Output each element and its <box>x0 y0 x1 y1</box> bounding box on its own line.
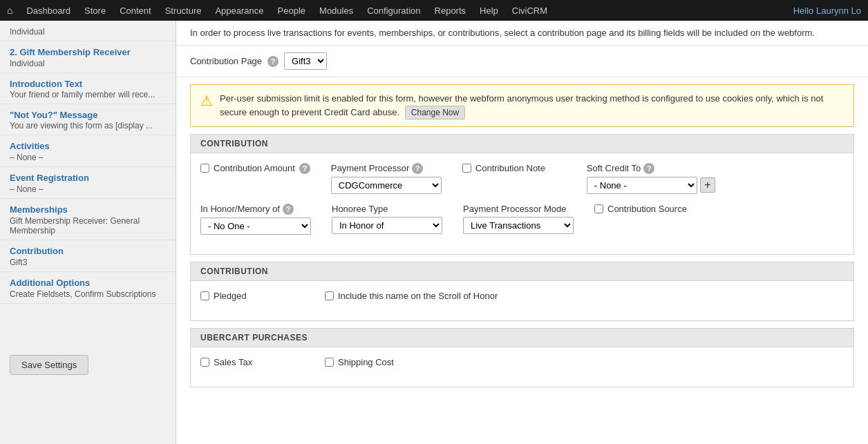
pledged-label: Pledged <box>214 291 247 301</box>
nav-appearance[interactable]: Appearance <box>208 2 270 19</box>
nav-menu: Dashboard Store Content Structure Appear… <box>19 2 554 19</box>
contribution-section-2: CONTRIBUTION Pledged Include this name o… <box>190 262 854 321</box>
sidebar-gift-membership-link[interactable]: 2. Gift Membership Receiver <box>10 47 166 57</box>
warning-text: Per-user submission limit is enabled for… <box>220 92 844 119</box>
contribution-amount-label: Contribution Amount <box>214 163 295 173</box>
sidebar-event-reg-sub: – None – <box>10 184 166 194</box>
contribution-note-label: Contribution Note <box>475 163 545 173</box>
payment-processor-mode-select[interactable]: Live Transactions Test Mode <box>463 217 574 234</box>
contribution-note-field: Contribution Note <box>462 163 566 173</box>
in-honor-memory-help-icon[interactable]: ? <box>283 204 294 215</box>
scroll-of-honor-checkbox-wrapper: Include this name on the Scroll of Honor <box>325 291 498 301</box>
nav-civicrm[interactable]: CiviCRM <box>505 2 554 19</box>
nav-configuration[interactable]: Configuration <box>360 2 427 19</box>
sidebar-item-not-you[interactable]: "Not You?" Message You are viewing this … <box>0 104 176 135</box>
contribution-source-checkbox[interactable] <box>594 204 603 213</box>
sidebar-activities-link[interactable]: Activities <box>10 141 166 151</box>
home-icon[interactable]: ⌂ <box>7 5 12 16</box>
contribution-page-label: Contribution Page <box>190 56 262 66</box>
sidebar-additional-options-link[interactable]: Additional Options <box>10 278 166 288</box>
payment-processor-help-icon[interactable]: ? <box>412 163 423 174</box>
sidebar-introduction-link[interactable]: Introduction Text <box>10 79 166 89</box>
scroll-of-honor-checkbox[interactable] <box>325 291 334 300</box>
in-honor-memory-label: In Honor/Memory of ? <box>200 204 311 215</box>
hello-text: Hello Laurynn Lo <box>793 6 861 16</box>
contribution-page-select[interactable]: Gift3 Gift1 Gift2 <box>284 52 327 70</box>
honoree-type-field: Honoree Type In Honor of In Memory of <box>332 204 442 234</box>
contribution-section-2-row: Pledged Include this name on the Scroll … <box>200 291 844 301</box>
sidebar-item-additional-options[interactable]: Additional Options Create Fieldsets, Con… <box>0 272 176 304</box>
nav-store[interactable]: Store <box>77 2 113 19</box>
honoree-type-select[interactable]: In Honor of In Memory of <box>332 217 442 234</box>
sidebar-item-introduction-text[interactable]: Introduction Text Your friend or family … <box>0 73 176 104</box>
shipping-cost-checkbox-wrapper: Shipping Cost <box>325 357 428 367</box>
payment-processor-field: Payment Processor ? CDGCommerce <box>331 163 442 194</box>
ubercart-section-body: Sales Tax Shipping Cost <box>191 347 853 387</box>
sidebar-item-gift-membership-receiver[interactable]: 2. Gift Membership Receiver Individual <box>0 41 176 73</box>
pledged-checkbox[interactable] <box>200 291 209 300</box>
change-now-button[interactable]: Change Now <box>405 106 465 119</box>
nav-help[interactable]: Help <box>473 2 505 19</box>
scroll-of-honor-field: Include this name on the Scroll of Honor <box>325 291 498 301</box>
contribution-source-checkbox-wrapper: Contribution Source <box>594 204 698 214</box>
soft-credit-help-icon[interactable]: ? <box>643 163 654 174</box>
shipping-cost-checkbox[interactable] <box>325 358 334 367</box>
sidebar: Individual 2. Gift Membership Receiver I… <box>0 21 176 444</box>
sales-tax-checkbox[interactable] <box>200 358 209 367</box>
nav-structure[interactable]: Structure <box>158 2 209 19</box>
sidebar-item-event-registration[interactable]: Event Registration – None – <box>0 167 176 199</box>
payment-processor-select[interactable]: CDGCommerce <box>331 177 442 194</box>
contribution-section-2-body: Pledged Include this name on the Scroll … <box>191 281 853 320</box>
contribution-note-checkbox-wrapper: Contribution Note <box>462 163 566 173</box>
intro-paragraph: In order to process live transactions fo… <box>190 28 854 38</box>
payment-processor-mode-field: Payment Processor Mode Live Transactions… <box>463 204 574 234</box>
nav-content[interactable]: Content <box>113 2 158 19</box>
sidebar-not-you-link[interactable]: "Not You?" Message <box>10 110 166 120</box>
contribution-note-checkbox[interactable] <box>462 164 471 173</box>
contribution-source-field: Contribution Source <box>594 204 698 214</box>
contribution-amount-help-icon[interactable]: ? <box>299 163 310 174</box>
in-honor-memory-field: In Honor/Memory of ? - No One - <box>200 204 311 235</box>
payment-processor-mode-label: Payment Processor Mode <box>463 204 574 214</box>
soft-credit-add-button[interactable]: + <box>700 177 715 193</box>
sidebar-item-contribution[interactable]: Contribution Gift3 <box>0 240 176 272</box>
soft-credit-to-field: Soft Credit To ? - None - + <box>587 163 715 194</box>
sidebar-memberships-sub: Gift Membership Receiver: General Member… <box>10 216 166 235</box>
nav-reports[interactable]: Reports <box>428 2 473 19</box>
ubercart-section-header: UBERCART PURCHASES <box>191 329 853 347</box>
sidebar-contribution-link[interactable]: Contribution <box>10 246 166 256</box>
sidebar-event-reg-link[interactable]: Event Registration <box>10 173 166 183</box>
sidebar-memberships-link[interactable]: Memberships <box>10 204 166 215</box>
sidebar-additional-options-sub: Create Fieldsets, Confirm Subscriptions <box>10 289 166 299</box>
sidebar-introduction-desc: Your friend or family member will rece..… <box>10 90 166 99</box>
soft-credit-select[interactable]: - None - <box>587 177 697 194</box>
nav-modules[interactable]: Modules <box>312 2 360 19</box>
sales-tax-checkbox-wrapper: Sales Tax <box>200 357 304 367</box>
nav-dashboard[interactable]: Dashboard <box>19 2 77 19</box>
contribution-section-2-header: CONTRIBUTION <box>191 262 853 281</box>
sidebar-contribution-sub: Gift3 <box>10 258 166 267</box>
contribution-source-label: Contribution Source <box>607 204 687 214</box>
shipping-cost-field: Shipping Cost <box>325 357 428 367</box>
contribution-page-help-icon[interactable]: ? <box>267 56 279 67</box>
warning-box: ⚠ Per-user submission limit is enabled f… <box>190 84 854 127</box>
contribution-section-1: CONTRIBUTION Contribution Amount ? Payme… <box>190 134 854 255</box>
top-navigation: ⌂ Dashboard Store Content Structure Appe… <box>0 0 868 21</box>
nav-people[interactable]: People <box>271 2 312 19</box>
scroll-of-honor-label: Include this name on the Scroll of Honor <box>338 291 498 301</box>
ubercart-section: UBERCART PURCHASES Sales Tax Shipping Co… <box>190 328 854 387</box>
contribution-page-row: Contribution Page ? Gift3 Gift1 Gift2 <box>176 46 868 77</box>
soft-credit-select-row: - None - + <box>587 177 715 194</box>
save-settings-button[interactable]: Save Settings <box>10 355 88 375</box>
in-honor-memory-select[interactable]: - No One - <box>200 218 311 235</box>
sidebar-item-activities[interactable]: Activities – None – <box>0 135 176 167</box>
pledged-checkbox-wrapper: Pledged <box>200 291 304 301</box>
contribution-amount-checkbox[interactable] <box>200 164 209 173</box>
intro-text-block: In order to process live transactions fo… <box>176 21 868 46</box>
contribution-field-row-2: In Honor/Memory of ? - No One - Honoree … <box>200 204 844 235</box>
sidebar-item-memberships[interactable]: Memberships Gift Membership Receiver: Ge… <box>0 199 176 240</box>
save-btn-wrapper: Save Settings <box>0 345 176 385</box>
sidebar-not-you-desc: You are viewing this form as [display ..… <box>10 121 166 131</box>
sidebar-activities-sub: – None – <box>10 153 166 162</box>
sales-tax-label: Sales Tax <box>214 357 252 367</box>
